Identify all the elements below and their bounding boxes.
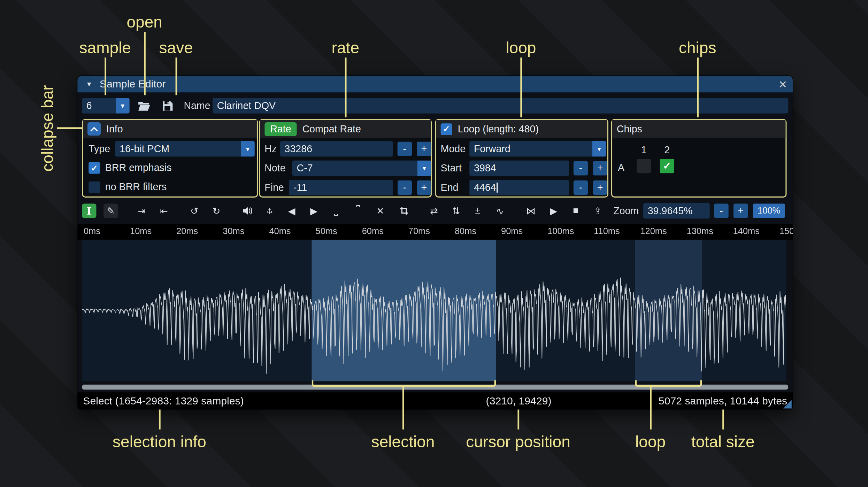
chevron-down-icon[interactable]: ▼: [417, 161, 431, 176]
rate-section: Rate Compat Rate Hz 33286 - + Note C-7 ▼…: [259, 119, 432, 198]
filter-button[interactable]: ∿: [493, 204, 507, 218]
name-input[interactable]: Clarinet DQV: [213, 98, 788, 113]
fine-increment-button[interactable]: +: [417, 180, 431, 195]
zoom-input[interactable]: 39.9645%: [643, 203, 710, 218]
loop-mode-select[interactable]: Forward ▼: [469, 141, 606, 156]
insert-silence-button[interactable]: ⎵: [329, 204, 343, 218]
ruler-label: 90ms: [501, 226, 523, 237]
mode-label: Mode: [441, 141, 466, 157]
type-select[interactable]: 16-bit PCM ▼: [115, 141, 254, 156]
loop-end-decrement-button[interactable]: -: [574, 180, 588, 195]
cursor-position-text: (3210, 19429): [486, 392, 552, 409]
no-brr-filters-checkbox[interactable]: ✓: [89, 181, 100, 193]
fine-input[interactable]: -11: [289, 180, 393, 195]
zoom-in-button[interactable]: +: [733, 204, 748, 218]
stage: ▼ Sample Editor ✕ 6 ▼ Name Clarinet DQV: [0, 0, 868, 487]
window-collapse-icon[interactable]: ▼: [86, 80, 92, 88]
rate-header-label: Compat Rate: [302, 123, 361, 134]
reverse-button[interactable]: ⇄: [427, 204, 441, 218]
annotation-selection-info: selection info: [113, 433, 206, 451]
hz-increment-button[interactable]: +: [417, 142, 431, 156]
resize-grip[interactable]: [783, 400, 792, 409]
create-instrument-button[interactable]: ⇪: [591, 204, 605, 218]
brr-emphasis-checkbox[interactable]: ✓: [89, 162, 100, 173]
hz-decrement-button[interactable]: -: [398, 142, 412, 156]
open-button[interactable]: [136, 98, 152, 113]
chip-a2-checkbox[interactable]: ✓: [660, 159, 674, 173]
close-icon[interactable]: ✕: [778, 76, 787, 93]
annotation-sample: sample: [79, 39, 131, 57]
normalize-button[interactable]: ↔↕: [262, 204, 277, 218]
rate-button[interactable]: Rate: [264, 122, 297, 136]
annotation-line-total-size: [722, 410, 724, 430]
sample-editor-window: ▼ Sample Editor ✕ 6 ▼ Name Clarinet DQV: [77, 76, 793, 410]
annotation-line-selection-info: [159, 410, 160, 430]
type-select-value: 16-bit PCM: [115, 141, 241, 156]
ruler-label: 40ms: [269, 226, 291, 237]
chip-a1-checkbox[interactable]: ✓: [637, 159, 651, 173]
stop-preview-button[interactable]: ■: [569, 204, 583, 218]
check-icon: ✓: [91, 163, 98, 173]
type-label: Type: [89, 141, 110, 157]
chips-header: Chips: [612, 120, 785, 138]
loop-mode-value: Forward: [469, 141, 592, 156]
select-tool-button[interactable]: I: [82, 204, 96, 218]
loop-end-label: End: [441, 180, 459, 196]
floppy-disk-icon: [162, 100, 172, 111]
loop-end-increment-button[interactable]: +: [593, 180, 607, 195]
resize-button[interactable]: ⇥: [135, 204, 149, 218]
annotation-line-cursor-position: [517, 410, 519, 430]
zoom-reset-button[interactable]: 100%: [753, 204, 785, 218]
ruler-label: 70ms: [408, 226, 430, 237]
annotation-open: open: [126, 13, 162, 31]
status-bar: Select (1654-2983: 1329 samples) (3210, …: [77, 392, 793, 409]
sample-selector[interactable]: 6 ▼: [82, 98, 130, 113]
invert-button[interactable]: ⇅: [449, 204, 463, 218]
delete-button[interactable]: ✕: [373, 204, 387, 218]
waveform-view[interactable]: [82, 240, 786, 381]
save-button[interactable]: [160, 98, 175, 113]
loop-header: ✓ Loop (length: 480): [436, 120, 607, 138]
loop-checkbox[interactable]: ✓: [441, 123, 452, 134]
preview-button[interactable]: ▶: [546, 204, 561, 218]
hz-input[interactable]: 33286: [280, 141, 393, 156]
collapse-bar-button[interactable]: [87, 122, 101, 136]
fade-in-button[interactable]: ◀: [285, 204, 299, 218]
fine-decrement-button[interactable]: -: [398, 180, 412, 195]
annotation-loop-bottom: loop: [635, 433, 666, 451]
note-label: Note: [264, 161, 285, 177]
chevron-down-icon[interactable]: ▼: [592, 141, 606, 156]
trim-button[interactable]: [397, 204, 411, 218]
note-select[interactable]: C-7 ▼: [292, 161, 431, 176]
crossfade-loop-button[interactable]: ⋈: [524, 204, 538, 218]
apply-silence-button[interactable]: ⎴: [351, 204, 365, 218]
annotation-chips: chips: [679, 39, 716, 57]
ruler-label: 20ms: [176, 226, 198, 237]
undo-button[interactable]: ↺: [187, 204, 201, 218]
zoom-out-button[interactable]: -: [714, 204, 728, 218]
info-header[interactable]: Info: [83, 120, 257, 138]
redo-button[interactable]: ↻: [209, 204, 224, 218]
total-size-text: 5072 samples, 10144 bytes: [659, 392, 787, 409]
loop-start-increment-button[interactable]: +: [593, 161, 607, 175]
brr-emphasis-label: BRR emphasis: [105, 160, 172, 176]
chevron-down-icon[interactable]: ▼: [116, 98, 130, 113]
loop-start-decrement-button[interactable]: -: [574, 161, 588, 175]
amplify-button[interactable]: [240, 204, 254, 218]
resample-button[interactable]: ⇤: [157, 204, 171, 218]
loop-start-input[interactable]: 3984: [469, 161, 569, 176]
draw-tool-button[interactable]: ✎: [103, 204, 118, 218]
horizontal-scrollbar[interactable]: [82, 385, 788, 389]
rate-header: Rate Compat Rate: [260, 120, 431, 138]
fade-out-button[interactable]: ▶: [307, 204, 321, 218]
timeline-ruler[interactable]: 0ms10ms20ms30ms40ms50ms60ms70ms80ms90ms1…: [77, 224, 793, 239]
loop-end-input[interactable]: 4464: [469, 180, 569, 195]
chips-header-label: Chips: [617, 123, 642, 134]
title-bar[interactable]: ▼ Sample Editor ✕: [77, 76, 793, 93]
annotation-total-size: total size: [691, 433, 755, 451]
convert-signedness-button[interactable]: ±: [470, 204, 485, 218]
hz-label: Hz: [264, 141, 277, 157]
annotation-cursor-position: cursor position: [466, 433, 570, 451]
chevron-down-icon[interactable]: ▼: [241, 141, 255, 156]
ruler-label: 0ms: [84, 226, 100, 237]
